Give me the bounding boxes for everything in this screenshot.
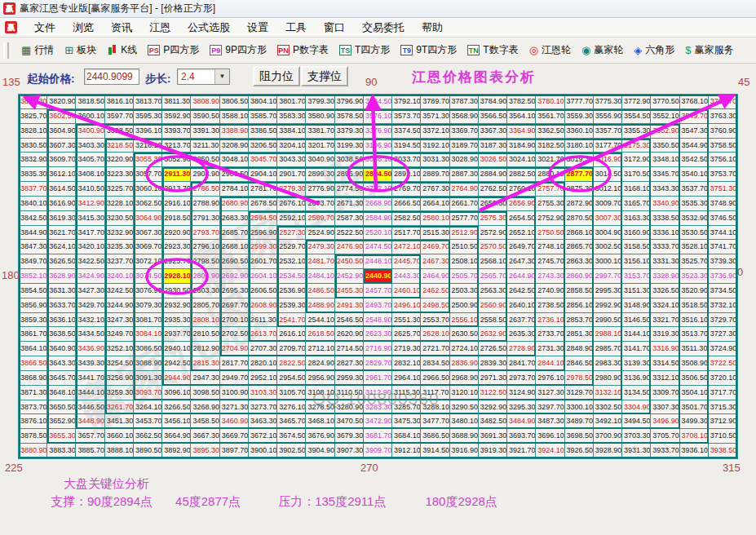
grid-cell: 3684.10	[392, 429, 421, 444]
grid-cell: 3340.90	[651, 197, 679, 211]
grid-cell: 2577.70	[450, 211, 479, 226]
grid-cell: 3676.90	[306, 429, 334, 444]
grid-cell: 3146.50	[622, 313, 651, 328]
grid-cell: 2884.90	[479, 167, 507, 182]
grid-cell: 3309.70	[651, 386, 679, 400]
toolbar-button-8[interactable]: TNT数字表	[467, 43, 518, 57]
step-combobox[interactable]: 2.4 ▼	[177, 69, 230, 85]
grid-cell: 3052.90	[162, 153, 191, 167]
grid-cell: 3780.10	[536, 95, 564, 109]
grid-cell: 3460.90	[220, 414, 249, 429]
grid-cell: 3732.10	[709, 298, 737, 313]
grid-cell: 2899.30	[306, 167, 334, 182]
toolbar-button-2[interactable]: K线	[107, 43, 137, 57]
menu-item-9[interactable]: 帮助	[422, 20, 443, 35]
grid-cell: 3789.70	[421, 95, 449, 109]
grid-cell: 2539.30	[277, 298, 306, 313]
menu-item-1[interactable]: 浏览	[73, 20, 94, 35]
toolbar-button-9[interactable]: ◎江恩轮	[529, 43, 571, 57]
menu-item-6[interactable]: 工具	[285, 20, 307, 35]
grid-cell: 3768.10	[680, 95, 709, 109]
grid-cell: 3583.30	[277, 109, 306, 124]
toolbar-button-4[interactable]: P99P四方形	[210, 43, 267, 57]
t-number-table-icon: TN	[467, 45, 480, 55]
grid-cell: 2750.50	[536, 226, 564, 241]
grid-cell: 2844.10	[536, 356, 564, 371]
grid-cell: 3172.90	[622, 153, 651, 167]
grid-cell: 2827.30	[335, 356, 364, 371]
toolbar-button-5[interactable]: PNP数字表	[277, 43, 329, 57]
menu-bar: 赢 文件浏览资讯江恩公式选股设置工具窗口交易委托帮助	[0, 18, 756, 38]
grid-cell: 2532.10	[277, 254, 306, 269]
grid-cell: 2942.50	[162, 356, 191, 371]
grid-cell: 3273.70	[249, 400, 277, 415]
grid-cell: 3828.10	[19, 124, 47, 139]
grid-cell: 2988.10	[594, 327, 622, 342]
toolbar-button-7[interactable]: T99T四方形	[400, 43, 457, 57]
level-annotation-0: 支撑：90度2894点	[51, 494, 153, 510]
grid-cell: 3352.90	[651, 124, 679, 139]
toolbar-button-0[interactable]: ▦行情	[21, 43, 54, 57]
start-price-input[interactable]	[84, 69, 139, 85]
grid-cell: 3396.10	[134, 124, 162, 139]
grid-cell: 2930.50	[162, 284, 191, 298]
angle-label-135: 135	[2, 76, 20, 88]
toolbar-button-3[interactable]: PSP四方形	[148, 43, 199, 57]
toolbar-button-1[interactable]: ⊞板块	[64, 43, 96, 57]
grid-cell: 3098.50	[191, 386, 219, 400]
grid-cell: 2707.30	[249, 342, 277, 356]
grid-cell: 3333.70	[651, 240, 679, 254]
grid-cell: 3775.30	[594, 95, 622, 109]
grid-cell: 3897.70	[220, 444, 249, 458]
grid-cell: 3189.70	[450, 139, 479, 153]
toolbar-button-6[interactable]: TST四方形	[339, 43, 390, 57]
chevron-down-icon[interactable]: ▼	[214, 69, 229, 84]
grid-cell: 3208.90	[220, 139, 249, 153]
menu-item-2[interactable]: 资讯	[111, 20, 132, 35]
grid-cell: 3024.10	[507, 153, 536, 167]
grid-cell: 2640.10	[507, 298, 536, 313]
grid-cell: 3026.50	[479, 153, 507, 167]
grid-cell: 3895.30	[191, 444, 219, 458]
grid-cell: 2620.90	[335, 327, 364, 342]
grid-cell: 3338.50	[651, 211, 679, 226]
grid-cell: 2956.90	[306, 371, 334, 386]
menu-item-5[interactable]: 设置	[247, 20, 268, 35]
resistance-button[interactable]: 阻力位	[253, 66, 300, 86]
grid-cell: 3772.90	[622, 95, 651, 109]
grid-cell: 3936.10	[680, 444, 709, 458]
grid-cell: 3667.30	[191, 429, 219, 444]
grid-cell: 3429.70	[76, 298, 104, 313]
grid-cell: 3573.70	[392, 109, 421, 124]
menu-item-0[interactable]: 文件	[34, 20, 55, 35]
toolbar-button-10[interactable]: ◉赢家轮	[581, 43, 623, 57]
grid-cell: 3060.10	[134, 182, 162, 197]
grid-cell: 3657.70	[76, 429, 104, 444]
grid-cell: 3484.90	[507, 414, 536, 429]
toolbar-button-11[interactable]: ◈六角形	[634, 43, 674, 57]
grid-cell: 3576.10	[364, 109, 392, 124]
toolbar-button-12[interactable]: $赢家服务	[685, 43, 733, 57]
grid-cell: 2452.90	[335, 269, 364, 284]
grid-cell: 3278.50	[306, 400, 334, 415]
grid-cell: 3456.10	[162, 414, 191, 429]
menu-item-4[interactable]: 公式选股	[188, 20, 230, 35]
grid-cell: 3235.30	[105, 240, 134, 254]
grid-cell: 3842.50	[19, 211, 47, 226]
grid-cell: 2728.90	[507, 342, 536, 356]
angle-label-90: 90	[365, 76, 377, 88]
menu-item-8[interactable]: 交易委托	[362, 20, 405, 35]
menu-item-3[interactable]: 江恩	[149, 20, 170, 35]
grid-cell: 2786.50	[191, 182, 219, 197]
grid-cell: 2952.10	[249, 371, 277, 386]
support-button[interactable]: 支撑位	[301, 66, 348, 86]
grid-cell: 2976.10	[536, 371, 564, 386]
grid-cell: 2582.50	[392, 211, 421, 226]
grid-cell: 3362.50	[536, 124, 564, 139]
grid-cell: 3292.90	[479, 400, 507, 415]
grid-cell: 3074.50	[134, 269, 162, 284]
grid-cell: 2515.30	[421, 226, 449, 241]
grid-cell: 3756.10	[709, 153, 737, 167]
menu-item-7[interactable]: 窗口	[324, 20, 345, 35]
grid-cell: 3261.70	[105, 400, 134, 415]
